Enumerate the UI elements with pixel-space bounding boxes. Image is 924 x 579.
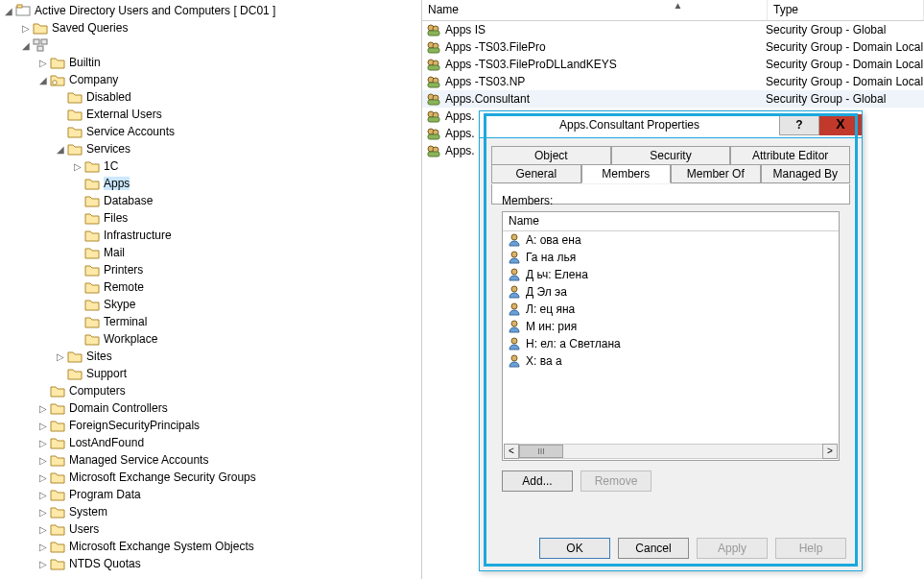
tree-root[interactable]: ◢ Active Directory Users and Computers [… [2, 2, 421, 19]
tree-service-accounts[interactable]: ·Service Accounts [2, 123, 421, 140]
tab-members[interactable]: Members [581, 164, 672, 183]
tree-apps[interactable]: ·Apps [2, 175, 421, 192]
list-row[interactable]: Apps -TS03.NPSecurity Group - Domain Loc… [422, 73, 924, 90]
list-row[interactable]: Apps -TS03.FileProDLLandKEYSSecurity Gro… [422, 56, 924, 73]
expander-icon[interactable]: ▷ [36, 455, 50, 466]
expander-icon[interactable]: ▷ [36, 542, 50, 552]
tree-company[interactable]: ◢ Company [2, 71, 421, 88]
tree-remote[interactable]: ·Remote [2, 278, 421, 296]
member-row[interactable]: Л: ец яна [503, 301, 839, 318]
expander-icon[interactable]: ▷ [71, 161, 84, 172]
tree-printers[interactable]: ·Printers [2, 261, 421, 278]
tree-computers[interactable]: ·Computers [2, 382, 421, 399]
expander-icon[interactable]: ▷ [36, 524, 50, 535]
member-name: Д ьч: Елена [526, 268, 588, 281]
member-name: Л: ец яна [526, 302, 575, 316]
tree-files[interactable]: ·Files [2, 209, 421, 227]
tree-msa[interactable]: ▷Managed Service Accounts [2, 451, 421, 469]
tree-system[interactable]: ▷System [2, 503, 421, 520]
cancel-button[interactable]: Cancel [618, 538, 689, 559]
scroll-thumb[interactable]: III [519, 445, 563, 458]
tree-saved-queries[interactable]: ▷ Saved Queries [2, 19, 421, 36]
tree-ntds[interactable]: ▷NTDS Quotas [2, 555, 421, 572]
scroll-right-icon[interactable]: > [822, 444, 838, 459]
tree-laf[interactable]: ▷LostAndFound [2, 434, 421, 451]
tree-mail[interactable]: ·Mail [2, 244, 421, 261]
tree-external-users[interactable]: ·External Users [2, 106, 421, 123]
expander-icon[interactable]: ◢ [19, 40, 33, 51]
horizontal-scrollbar[interactable]: < III > [504, 444, 838, 459]
member-row[interactable]: Д Эл эа [503, 283, 839, 301]
column-header-name[interactable]: Name [422, 0, 768, 20]
ok-button[interactable]: OK [539, 538, 610, 559]
member-row[interactable]: М ин: рия [503, 318, 839, 335]
expander-icon[interactable]: ▷ [36, 490, 50, 500]
scroll-left-icon[interactable]: < [504, 444, 519, 459]
expander-icon[interactable]: ▷ [36, 438, 50, 448]
member-row[interactable]: Н: ел: а Светлана [503, 335, 839, 352]
scroll-track[interactable]: III [519, 444, 822, 459]
tree-fsp[interactable]: ▷ForeignSecurityPrincipals [2, 417, 421, 434]
tree-support[interactable]: ·Support [2, 365, 421, 382]
member-row[interactable]: Га на лья [503, 249, 839, 266]
member-row[interactable]: А: ова ена [503, 231, 839, 249]
tree-program-data[interactable]: ▷Program Data [2, 486, 421, 503]
tab-member-of[interactable]: Member Of [671, 164, 761, 183]
tree-users[interactable]: ▷Users [2, 520, 421, 538]
tree-disabled[interactable]: ·Disabled [2, 88, 421, 106]
tab-security[interactable]: Security [611, 146, 731, 165]
column-label: Type [773, 3, 798, 16]
dialog-titlebar[interactable]: Apps.Consultant Properties ? X [480, 111, 862, 138]
members-list[interactable]: Name А: ова енаГа на льяД ьч: ЕленаД Эл … [502, 211, 840, 461]
tree-skype[interactable]: ·Skype [2, 296, 421, 313]
list-row[interactable]: Apps.ConsultantSecurity Group - Global [422, 90, 924, 108]
ou-icon [84, 229, 100, 242]
column-header-type[interactable]: Type [768, 0, 924, 20]
tree-infrastructure[interactable]: ·Infrastructure [2, 227, 421, 244]
dialog-close-button[interactable]: X [819, 114, 862, 135]
tree-database[interactable]: ·Database [2, 192, 421, 209]
remove-button[interactable]: Remove [580, 470, 652, 492]
tree-meso[interactable]: ▷Microsoft Exchange System Objects [2, 538, 421, 555]
tree-builtin[interactable]: ▷ Builtin [2, 54, 421, 71]
svg-point-36 [511, 338, 517, 344]
tree-domain-controllers[interactable]: ▷Domain Controllers [2, 399, 421, 417]
tree-domain-root[interactable]: ◢ [2, 36, 421, 54]
expander-icon[interactable]: ▷ [54, 351, 67, 362]
expander-icon[interactable]: ▷ [36, 472, 50, 483]
dialog-help-button[interactable]: Help [775, 538, 846, 559]
list-row[interactable]: Apps ISSecurity Group - Global [422, 21, 924, 38]
expander-icon[interactable]: ▷ [36, 507, 50, 518]
tree-terminal[interactable]: ·Terminal [2, 313, 421, 330]
tree-1c[interactable]: ▷1C [2, 157, 421, 175]
dialog-help-button[interactable]: ? [779, 114, 819, 135]
expander-icon[interactable]: ▷ [36, 403, 50, 414]
svg-rect-4 [37, 46, 43, 51]
add-button[interactable]: Add... [502, 470, 573, 492]
expander-icon[interactable]: ▷ [19, 23, 33, 34]
member-row[interactable]: Д ьч: Елена [503, 266, 839, 283]
tree-label: Active Directory Users and Computers [ D… [35, 4, 275, 17]
tree-label: Files [104, 211, 128, 225]
tree-services[interactable]: ◢Services [2, 140, 421, 157]
tab-managed-by[interactable]: Managed By [761, 164, 851, 183]
expander-icon[interactable]: ◢ [54, 144, 67, 155]
expander-icon[interactable]: ◢ [36, 75, 50, 85]
tab-attribute-editor[interactable]: Attribute Editor [730, 146, 850, 165]
members-header-name[interactable]: Name [503, 212, 839, 231]
tab-general[interactable]: General [491, 164, 581, 183]
expander-icon[interactable]: ▷ [36, 421, 50, 431]
expander-icon[interactable]: ◢ [2, 6, 15, 16]
tree-mesg[interactable]: ▷Microsoft Exchange Security Groups [2, 469, 421, 486]
list-row[interactable]: Apps -TS03.FileProSecurity Group - Domai… [422, 38, 924, 56]
apply-button[interactable]: Apply [697, 538, 768, 559]
tree-pane: ◢ Active Directory Users and Computers [… [0, 0, 422, 579]
tree-sites[interactable]: ▷Sites [2, 348, 421, 365]
tree-workplace[interactable]: ·Workplace [2, 330, 421, 348]
tree-label: Service Accounts [86, 125, 175, 138]
member-row[interactable]: Х: ва а [503, 352, 839, 370]
expander-icon[interactable]: ▷ [36, 559, 50, 569]
ou-icon [84, 246, 100, 259]
tab-object[interactable]: Object [491, 146, 611, 165]
expander-icon[interactable]: ▷ [36, 58, 50, 68]
